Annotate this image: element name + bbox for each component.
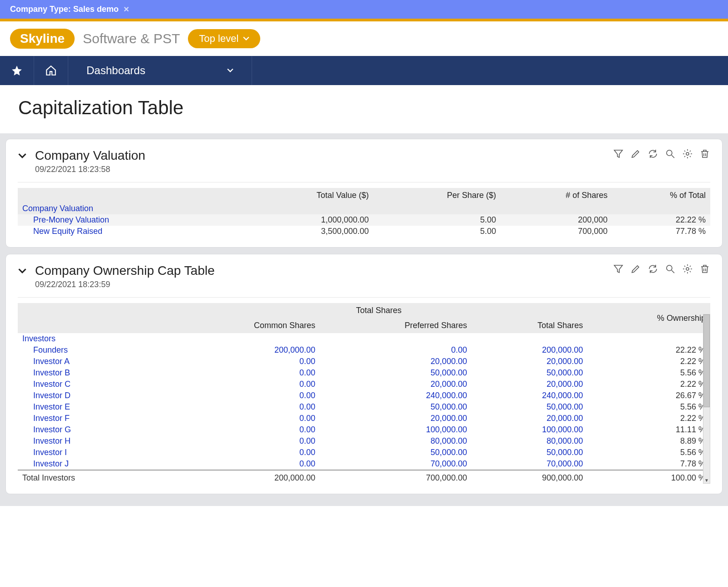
chevron-down-icon: [18, 151, 27, 160]
group-label[interactable]: Investors: [18, 333, 710, 344]
cell-pershare: 5.00: [373, 214, 500, 226]
collapse-toggle[interactable]: [18, 151, 27, 162]
scrollbar[interactable]: ▲ ▼: [703, 314, 710, 484]
cell-total[interactable]: 240,000.00: [471, 390, 587, 401]
card-title: Company Ownership Cap Table: [35, 263, 215, 278]
nav-home[interactable]: [34, 56, 68, 85]
card-timestamp: 09/22/2021 18:23:58: [35, 165, 145, 174]
cell-common[interactable]: 0.00: [170, 356, 320, 367]
row-label[interactable]: Investor B: [22, 368, 166, 378]
card-toolbar: [613, 148, 710, 162]
row-label[interactable]: Investor C: [22, 380, 166, 389]
cell-ownership: 2.22 %: [587, 356, 710, 367]
row-label[interactable]: New Equity Raised: [22, 227, 235, 236]
cell-total[interactable]: 50,000.00: [471, 447, 587, 458]
cap-table: Total Shares % Ownership Common Shares P…: [18, 303, 710, 484]
cell-preferred[interactable]: 20,000.00: [320, 413, 471, 424]
cell-total: 3,500,000.00: [239, 226, 373, 237]
cell-common[interactable]: 0.00: [170, 458, 320, 470]
cell-preferred[interactable]: 0.00: [320, 344, 471, 356]
topbar: Skyline Software & PST Top level: [0, 21, 728, 56]
svg-point-1: [686, 152, 689, 155]
scroll-thumb[interactable]: [703, 314, 710, 407]
nav-dashboards[interactable]: Dashboards: [68, 56, 252, 85]
cell-common[interactable]: 0.00: [170, 435, 320, 447]
cell-pct: 77.78 %: [612, 226, 710, 237]
cell-total[interactable]: 50,000.00: [471, 367, 587, 379]
table-row: Investor H0.0080,000.0080,000.008.89 %: [18, 435, 710, 447]
gear-icon[interactable]: [682, 148, 693, 162]
cell-total[interactable]: 20,000.00: [471, 379, 587, 390]
cell-preferred[interactable]: 50,000.00: [320, 447, 471, 458]
scroll-down-icon[interactable]: ▼: [703, 477, 710, 483]
row-label[interactable]: Investor F: [22, 414, 166, 423]
card-toolbar: [613, 263, 710, 277]
content-area: Company Valuation 09/22/2021 18:23:58 To…: [0, 133, 728, 506]
cell-ownership: 11.11 %: [587, 424, 710, 435]
cell-preferred[interactable]: 70,000.00: [320, 458, 471, 470]
row-label[interactable]: Investor J: [22, 459, 166, 469]
row-label[interactable]: Founders: [22, 345, 166, 355]
logo[interactable]: Skyline: [10, 29, 75, 49]
cell-common[interactable]: 0.00: [170, 367, 320, 379]
cell-total[interactable]: 70,000.00: [471, 458, 587, 470]
cell-common[interactable]: 0.00: [170, 413, 320, 424]
col-header: Preferred Shares: [320, 318, 471, 333]
trash-icon[interactable]: [699, 263, 710, 277]
cell-total[interactable]: 200,000.00: [471, 344, 587, 356]
row-label[interactable]: Investor G: [22, 425, 166, 435]
trash-icon[interactable]: [699, 148, 710, 162]
cell-common[interactable]: 0.00: [170, 424, 320, 435]
edit-icon[interactable]: [630, 148, 641, 162]
nav-favorites[interactable]: [0, 56, 34, 85]
table-row: Investor E0.0050,000.0050,000.005.56 %: [18, 401, 710, 413]
cell-total[interactable]: 100,000.00: [471, 424, 587, 435]
card-cap-table: Company Ownership Cap Table 09/22/2021 1…: [5, 254, 723, 494]
nav-menu-label: Dashboards: [86, 64, 145, 77]
home-icon: [45, 65, 57, 76]
row-label[interactable]: Investor H: [22, 436, 166, 446]
cell-preferred[interactable]: 50,000.00: [320, 401, 471, 413]
group-label[interactable]: Company Valuation: [18, 203, 710, 214]
cell-preferred[interactable]: 50,000.00: [320, 367, 471, 379]
card-company-valuation: Company Valuation 09/22/2021 18:23:58 To…: [5, 139, 723, 248]
cell-preferred[interactable]: 20,000.00: [320, 356, 471, 367]
cell-total[interactable]: 20,000.00: [471, 356, 587, 367]
collapse-toggle[interactable]: [18, 266, 27, 278]
total-row: Total Investors200,000.00700,000.00900,0…: [18, 470, 710, 484]
row-label[interactable]: Investor D: [22, 391, 166, 400]
table-row: Investor A0.0020,000.0020,000.002.22 %: [18, 356, 710, 367]
search-icon[interactable]: [665, 263, 676, 277]
search-icon[interactable]: [665, 148, 676, 162]
filter-icon[interactable]: [613, 148, 624, 162]
cell-common[interactable]: 0.00: [170, 401, 320, 413]
col-header: Per Share ($): [373, 188, 500, 203]
edit-icon[interactable]: [630, 263, 641, 277]
close-icon[interactable]: ✕: [123, 5, 129, 14]
cell-common[interactable]: 200,000.00: [170, 344, 320, 356]
row-label[interactable]: Investor E: [22, 402, 166, 412]
cell-total[interactable]: 20,000.00: [471, 413, 587, 424]
refresh-icon[interactable]: [647, 148, 658, 162]
cell-total[interactable]: 80,000.00: [471, 435, 587, 447]
row-label[interactable]: Investor A: [22, 357, 166, 366]
cell-total[interactable]: 50,000.00: [471, 401, 587, 413]
cell-common[interactable]: 0.00: [170, 379, 320, 390]
cell-ownership: 7.78 %: [587, 458, 710, 470]
cell-preferred[interactable]: 80,000.00: [320, 435, 471, 447]
cell-preferred[interactable]: 20,000.00: [320, 379, 471, 390]
row-label[interactable]: Investor I: [22, 448, 166, 457]
cell-preferred[interactable]: 100,000.00: [320, 424, 471, 435]
level-dropdown[interactable]: Top level: [188, 29, 260, 48]
company-name: Software & PST: [83, 31, 180, 46]
col-super-header: Total Shares: [170, 303, 587, 318]
cell-common[interactable]: 0.00: [170, 447, 320, 458]
cell-common[interactable]: 0.00: [170, 390, 320, 401]
gear-icon[interactable]: [682, 263, 693, 277]
filter-icon[interactable]: [613, 263, 624, 277]
cell-ownership: 26.67 %: [587, 390, 710, 401]
refresh-icon[interactable]: [647, 263, 658, 277]
row-label[interactable]: Pre-Money Valuation: [22, 215, 235, 225]
cell-preferred[interactable]: 240,000.00: [320, 390, 471, 401]
banner-text: Company Type: Sales demo: [10, 5, 119, 14]
